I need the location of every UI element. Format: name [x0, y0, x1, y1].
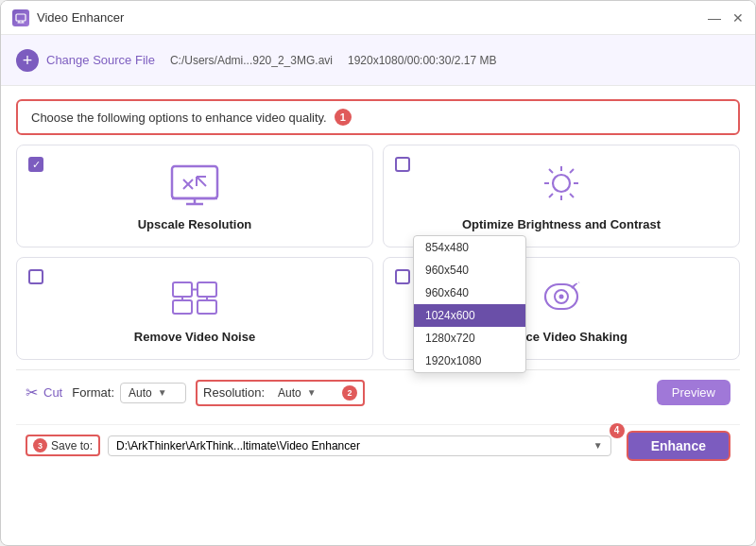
format-section: Format: Auto ▼ [72, 383, 186, 403]
svg-rect-25 [198, 300, 216, 314]
dropdown-item-1280x720[interactable]: 1280x720 [414, 327, 525, 350]
noise-label: Remove Video Noise [134, 330, 255, 344]
svg-line-20 [570, 169, 574, 173]
option-brightness[interactable]: Optimize Brightness and Contrast [383, 145, 740, 247]
instructions-badge: 1 [335, 109, 352, 126]
enhance-badge: 4 [610, 423, 625, 438]
app-icon [12, 9, 29, 26]
save-to-badge: 3 [33, 438, 47, 452]
save-to-wrapper: 3 Save to: [26, 435, 100, 456]
scissors-icon: ✂ [26, 384, 38, 401]
change-source-label: Change Source File [46, 53, 155, 67]
save-path-text: D:\ArkThinker\ArkThink...ltimate\Video E… [116, 439, 360, 452]
format-arrow-icon: ▼ [158, 387, 167, 398]
shaking-icon [533, 273, 590, 320]
preview-button[interactable]: Preview [657, 380, 730, 405]
app-title: Video Enhancer [37, 10, 708, 25]
dropdown-item-960x640[interactable]: 960x640 [414, 282, 525, 304]
options-grid: Upscale Resolution [16, 145, 740, 360]
checkbox-upscale[interactable] [28, 157, 43, 172]
enhance-button[interactable]: Enhance [627, 431, 730, 461]
app-window: Video Enhancer — ✕ + Change Source File … [0, 0, 756, 546]
checkbox-noise[interactable] [28, 269, 43, 284]
save-to-label: Save to: [51, 439, 93, 452]
brightness-label: Optimize Brightness and Contrast [462, 217, 661, 231]
checkbox-brightness[interactable] [395, 157, 410, 172]
checkbox-shaking[interactable] [395, 269, 410, 284]
cut-section: ✂ Cut [26, 384, 62, 401]
save-path-arrow-icon: ▼ [593, 440, 603, 451]
titlebar: Video Enhancer — ✕ [1, 1, 755, 35]
resolution-select[interactable]: Auto ▼ [270, 384, 336, 402]
svg-rect-24 [173, 300, 192, 314]
file-path: C:/Users/Admi...920_2_3MG.avi [170, 54, 333, 67]
svg-rect-0 [16, 14, 26, 21]
change-source-button[interactable]: + Change Source File [16, 49, 155, 72]
svg-rect-23 [198, 282, 216, 297]
format-select[interactable]: Auto ▼ [120, 383, 186, 403]
svg-line-19 [570, 194, 574, 197]
svg-line-33 [576, 282, 579, 284]
svg-line-18 [549, 169, 553, 173]
option-noise[interactable]: Remove Video Noise [16, 257, 373, 360]
svg-rect-22 [173, 282, 192, 297]
resolution-label: Resolution: [203, 385, 265, 400]
svg-line-12 [197, 177, 206, 186]
upscale-label: Upscale Resolution [138, 217, 252, 231]
svg-point-31 [559, 295, 564, 299]
dropdown-item-960x540[interactable]: 960x540 [414, 259, 525, 282]
resolution-dropdown[interactable]: 854x480 960x540 960x640 1024x600 1280x72… [413, 235, 526, 373]
plus-icon: + [16, 49, 39, 72]
main-content: Choose the following options to enhance … [1, 86, 755, 545]
brightness-icon [533, 161, 590, 208]
topbar: + Change Source File C:/Users/Admi...920… [1, 35, 755, 86]
format-label: Format: [72, 385, 114, 400]
minimize-button[interactable]: — [708, 11, 721, 25]
close-button[interactable]: ✕ [732, 11, 744, 25]
resolution-section: Resolution: Auto ▼ 2 [196, 380, 365, 406]
dropdown-item-1024x600[interactable]: 1024x600 [414, 304, 525, 327]
resolution-badge: 2 [342, 385, 357, 401]
svg-rect-4 [172, 166, 217, 198]
svg-line-21 [549, 194, 553, 197]
format-value: Auto [129, 386, 152, 400]
window-controls: — ✕ [708, 11, 744, 25]
dropdown-item-1920x1080[interactable]: 1920x1080 [414, 350, 525, 372]
upscale-icon [166, 161, 223, 208]
enhance-wrapper: 4 Enhance [619, 431, 730, 461]
save-bar: 3 Save to: D:\ArkThinker\ArkThink...ltim… [16, 424, 740, 466]
instructions-text: Choose the following options to enhance … [31, 111, 327, 125]
dropdown-item-854x480[interactable]: 854x480 [414, 236, 525, 259]
svg-point-13 [553, 175, 570, 192]
option-upscale[interactable]: Upscale Resolution [16, 145, 373, 247]
resolution-arrow-icon: ▼ [307, 387, 317, 398]
resolution-value: Auto [278, 386, 301, 400]
cut-label[interactable]: Cut [43, 385, 62, 400]
save-path-box[interactable]: D:\ArkThinker\ArkThink...ltimate\Video E… [108, 435, 611, 456]
svg-line-32 [572, 284, 576, 288]
instructions-bar: Choose the following options to enhance … [16, 99, 740, 135]
file-info: 1920x1080/00:00:30/2.17 MB [348, 54, 496, 67]
noise-icon [166, 273, 223, 320]
bottom-bar: ✂ Cut Format: Auto ▼ Resolution: Auto ▼ … [16, 369, 740, 415]
